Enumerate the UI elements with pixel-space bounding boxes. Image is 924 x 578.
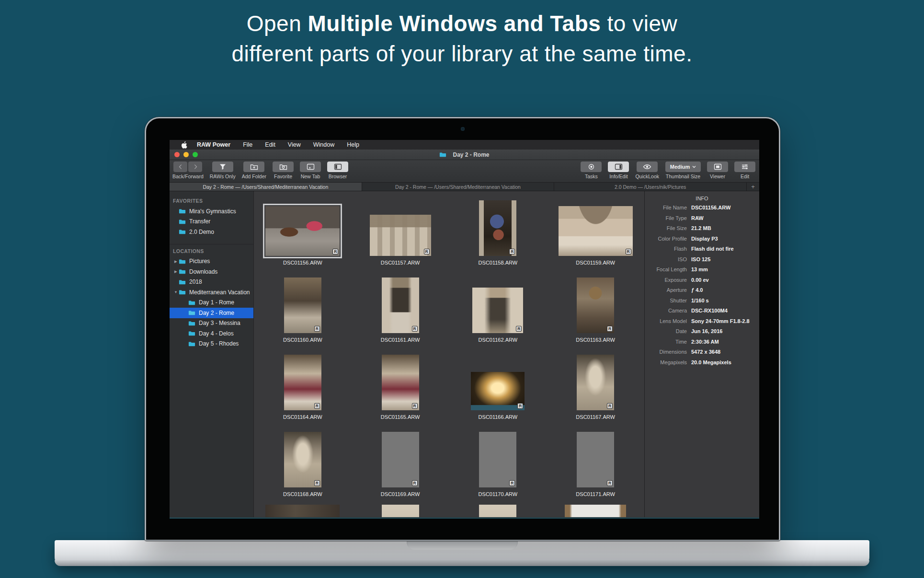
sidebar-item[interactable]: ▶ Downloads [170, 266, 253, 277]
sidebar-item[interactable]: Day 1 - Rome [170, 298, 253, 308]
photo-thumbnail[interactable]: R [284, 432, 321, 487]
disclosure-triangle-icon[interactable]: ▼ [173, 290, 179, 294]
sidebar-item[interactable]: 2018 [170, 277, 253, 288]
edit-button[interactable] [734, 162, 755, 172]
photo-cell[interactable] [547, 500, 644, 517]
photo-cell[interactable]: R DSC01166.ARW [449, 346, 547, 423]
sidebar-item[interactable]: ▶ Pictures [170, 256, 253, 267]
info-edit-button[interactable] [608, 162, 629, 172]
menu-item[interactable]: File [243, 141, 252, 148]
photo-cell[interactable]: R DSC01157.ARW [352, 191, 449, 268]
photo-thumbnail[interactable]: R [479, 432, 516, 487]
photo-thumbnail[interactable]: R [265, 206, 340, 256]
forward-button[interactable] [188, 162, 202, 172]
info-label: Shutter [645, 298, 687, 303]
photo-cell[interactable]: R DSC01160.ARW [254, 268, 352, 346]
photo-thumbnail[interactable]: R [284, 277, 321, 333]
photo-cell[interactable]: R DSC01165.ARW [352, 346, 449, 423]
photo-cell[interactable] [352, 500, 449, 517]
photo-thumbnail[interactable]: R [284, 355, 321, 410]
photo-thumbnail[interactable]: R [382, 277, 419, 333]
tasks-button[interactable] [581, 162, 602, 172]
photo-cell[interactable]: R DSC01168.ARW [254, 423, 352, 500]
photo-cell[interactable]: R DSC01159.ARW [547, 191, 644, 268]
photo-thumbnail[interactable]: R [577, 355, 614, 410]
photo-thumbnail[interactable]: R [559, 206, 633, 256]
photo-cell[interactable]: R DSC01171.ARW [547, 423, 644, 500]
photo-filename: DSC01157.ARW [381, 260, 420, 266]
sidebar-item[interactable]: Transfer [170, 217, 253, 227]
photo-thumbnail[interactable] [265, 505, 340, 517]
laptop-screen: RAW Power FileEditViewWindowHelp Day 2 -… [145, 117, 780, 541]
info-value: 0.00 ev [691, 277, 759, 283]
close-button[interactable] [174, 152, 180, 157]
info-value: DSC01156.ARW [691, 205, 759, 210]
photo-thumbnail[interactable]: R [577, 277, 614, 333]
photo-thumbnail[interactable] [479, 505, 516, 517]
menu-item[interactable]: View [288, 141, 301, 148]
photo-cell[interactable]: R DSC01161.ARW [352, 268, 449, 346]
sidebar-item[interactable]: Mira's Gymnastics [170, 206, 253, 217]
disclosure-triangle-icon[interactable]: ▶ [173, 269, 179, 274]
menu-item[interactable]: Window [313, 141, 334, 148]
hero-line-2: different parts of your library at the s… [0, 39, 924, 69]
photo-cell[interactable]: R DSC01170.ARW [449, 423, 547, 500]
info-label: Date [645, 328, 687, 334]
chevron-left-icon [178, 164, 183, 170]
raws-only-button[interactable] [212, 162, 233, 172]
photo-cell[interactable] [254, 500, 352, 517]
info-rows: File Name DSC01156.ARW File Type RAW Fil… [645, 205, 759, 365]
window-tab[interactable]: Day 2 - Rome — /Users/Shared/Mediterrane… [362, 183, 555, 191]
photo-cell[interactable]: R DSC01169.ARW [352, 423, 449, 500]
photo-cell[interactable]: R DSC01162.ARW [449, 268, 547, 346]
minimize-button[interactable] [183, 152, 189, 157]
photo-thumbnail[interactable]: R [479, 200, 516, 256]
photo-browser: R DSC01156.ARW R DSC01157.ARW [254, 191, 644, 517]
photo-thumbnail[interactable]: R [577, 432, 614, 487]
back-button[interactable] [173, 162, 187, 172]
photo-thumbnail[interactable]: R [382, 432, 419, 487]
window-tab[interactable]: Day 2 - Rome — /Users/Shared/Mediterrane… [170, 183, 362, 191]
photo-cell[interactable]: R DSC01156.ARW [254, 191, 352, 268]
photo-thumbnail[interactable] [382, 505, 419, 517]
photo-thumbnail[interactable]: R [472, 288, 523, 333]
photo-filename: DSC01163.ARW [576, 337, 615, 343]
photo-cell[interactable]: R DSC01163.ARW [547, 268, 644, 346]
menu-item[interactable]: Edit [265, 141, 275, 148]
disclosure-triangle-icon[interactable]: ▶ [173, 259, 179, 264]
info-label: ISO [645, 256, 687, 262]
new-tab-button[interactable] [300, 162, 321, 172]
browser-button[interactable] [327, 162, 348, 172]
sidebar-item[interactable]: Day 4 - Delos [170, 328, 253, 339]
sidebar-item[interactable]: Day 5 - Rhodes [170, 339, 253, 349]
photo-cell[interactable]: R DSC01164.ARW [254, 346, 352, 423]
sidebar-item[interactable]: Day 3 - Messina [170, 318, 253, 329]
photo-thumbnail[interactable]: R [471, 372, 525, 410]
apple-logo-icon[interactable] [181, 141, 187, 149]
photo-thumbnail[interactable]: R [382, 355, 419, 410]
photo-thumbnail[interactable] [565, 505, 626, 517]
viewer-button[interactable] [707, 162, 728, 172]
sidebar-item[interactable]: ▼ Mediterranean Vacation [170, 287, 253, 298]
sidebar-item[interactable]: Day 2 - Rome [170, 308, 253, 318]
add-tab-button[interactable]: + [747, 183, 759, 191]
favorite-button[interactable] [273, 162, 294, 172]
raw-badge: R [509, 480, 515, 486]
sidebar-item-label: Mediterranean Vacation [189, 289, 250, 296]
photo-cell[interactable]: R DSC01158.ARW [449, 191, 547, 268]
traffic-lights [174, 152, 198, 157]
photo-thumbnail[interactable]: R [370, 215, 431, 256]
sidebar-item[interactable]: 2.0 Demo [170, 227, 253, 237]
quicklook-button[interactable] [637, 162, 658, 172]
add-folder-button[interactable] [243, 162, 264, 172]
zoom-button[interactable] [193, 152, 198, 157]
window-tab[interactable]: 2.0 Demo — /Users/nik/Pictures [554, 183, 747, 191]
photo-cell[interactable]: R DSC01167.ARW [547, 346, 644, 423]
info-value: 13 mm [691, 266, 759, 272]
thumbnail-size-dropdown[interactable]: Medium [665, 162, 701, 172]
menu-item[interactable]: Help [347, 141, 359, 148]
photo-cell[interactable] [449, 500, 547, 517]
raw-badge: R [412, 403, 418, 409]
menu-app-name[interactable]: RAW Power [197, 141, 230, 148]
folder-heart-icon [279, 163, 287, 170]
